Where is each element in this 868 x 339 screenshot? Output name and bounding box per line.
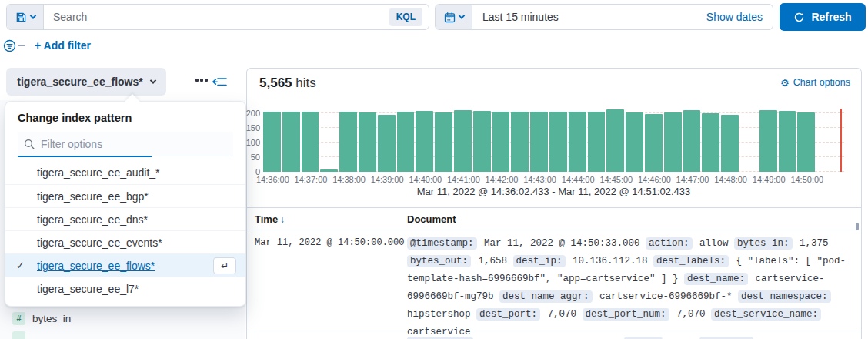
histogram-bar[interactable] (530, 112, 548, 172)
hits-summary: 5,565 hits (259, 76, 316, 91)
index-pattern-option-label: tigera_secure_ee_audit_* (37, 166, 160, 179)
histogram-bar[interactable] (779, 111, 796, 172)
popover-title: Change index pattern (5, 102, 245, 132)
number-field-icon: # (12, 312, 25, 325)
histogram-bar[interactable] (282, 112, 300, 172)
histogram-bar[interactable] (302, 112, 319, 172)
histogram-bar[interactable] (492, 112, 510, 172)
histogram-bar[interactable] (339, 112, 357, 172)
sidebar-field-partial (12, 331, 25, 339)
index-pattern-option[interactable]: tigera_secure_ee_l7* (5, 277, 245, 300)
histogram-bar[interactable] (797, 112, 815, 172)
time-column-label: Time (255, 213, 278, 225)
query-bar: KQL (6, 4, 429, 30)
histogram-bar[interactable] (549, 112, 567, 172)
chevron-down-icon (149, 77, 155, 83)
search-input[interactable] (44, 5, 389, 29)
index-pattern-list: tigera_secure_ee_audit_*tigera_secure_ee… (5, 161, 245, 306)
index-pattern-option-label: tigera_secure_ee_bgp* (37, 190, 149, 203)
refresh-label: Refresh (811, 11, 851, 23)
x-axis-label: 14:41:00 (443, 175, 483, 184)
histogram-bar[interactable] (760, 110, 777, 172)
index-pattern-option[interactable]: tigera_secure_ee_events* (5, 230, 245, 253)
sidebar-field-bytes_in[interactable]: #bytes_in (12, 310, 228, 327)
x-axis-label: 14:42:00 (482, 175, 522, 184)
histogram-bar[interactable] (511, 112, 529, 172)
scrollbar-thumb[interactable] (856, 223, 859, 230)
histogram-bar[interactable] (397, 112, 415, 172)
histogram-bar[interactable] (702, 113, 719, 172)
x-axis-label: 14:47:00 (673, 175, 713, 184)
sidebar-field-label: bytes_in (32, 313, 71, 324)
gear-icon: ⚙ (780, 78, 790, 88)
index-pattern-button[interactable]: tigera_secure_ee_flows* (6, 68, 166, 96)
index-pattern-option[interactable]: tigera_secure_ee_audit_* (5, 161, 245, 184)
index-pattern-button-label: tigera_secure_ee_flows* (17, 76, 142, 88)
histogram-bar[interactable] (320, 170, 338, 172)
histogram-bar[interactable] (454, 110, 472, 172)
return-key-icon: ↵ (213, 257, 236, 274)
field-name-badge: dest_port_num: (583, 308, 669, 321)
chart-options-label: Chart options (793, 77, 850, 88)
histogram-bar[interactable] (263, 112, 281, 172)
histogram-bar[interactable] (664, 112, 682, 172)
histogram-bar[interactable] (416, 111, 433, 172)
index-pattern-option[interactable]: tigera_secure_ee_dns* (5, 207, 245, 230)
boxes-horizontal-icon[interactable] (195, 79, 208, 82)
histogram-bar[interactable] (569, 112, 586, 172)
histogram-bar[interactable] (606, 109, 624, 172)
add-filter-button[interactable]: + Add filter (35, 39, 91, 52)
search-icon (24, 139, 35, 149)
histogram-bar[interactable] (378, 115, 396, 172)
x-axis-label: 14:45:00 (596, 175, 636, 184)
date-picker: Last 15 minutes Show dates (435, 4, 773, 30)
x-axis-label: 14:49:00 (749, 175, 789, 184)
index-pattern-option[interactable]: tigera_secure_ee_bgp* (5, 184, 245, 207)
histogram-bar[interactable] (359, 112, 376, 172)
saved-query-menu-button[interactable] (7, 5, 44, 29)
x-axis-label: 14:50:00 (787, 175, 827, 184)
filter-icon[interactable] (3, 39, 16, 52)
field-name-badge: dest_name_aggr: (499, 290, 593, 303)
doc-row-document: @timestamp: Mar 11, 2022 @ 14:50:33.000 … (407, 235, 858, 339)
sort-desc-icon[interactable]: ↓ (280, 214, 285, 225)
time-range-label[interactable]: Last 15 minutes (482, 11, 559, 23)
show-dates-button[interactable]: Show dates (706, 11, 763, 23)
change-index-pattern-popover: Change index pattern tigera_secure_ee_au… (5, 101, 246, 307)
histogram-bar[interactable] (588, 112, 606, 172)
column-header-document: Document (407, 213, 456, 225)
histogram-bar[interactable] (626, 112, 643, 172)
hits-count: 5,565 (259, 76, 292, 90)
histogram-bar[interactable] (683, 110, 701, 172)
date-quick-select-button[interactable] (436, 5, 472, 29)
x-axis-label: 14:38:00 (329, 175, 369, 184)
histogram-bar[interactable] (645, 114, 663, 172)
current-time-marker (840, 109, 842, 172)
calendar-icon (444, 12, 456, 23)
x-axis-label: 14:40:00 (406, 175, 446, 184)
x-axis-label: 14:46:00 (634, 175, 674, 184)
histogram-bar[interactable] (721, 115, 739, 172)
check-icon: ✓ (16, 260, 37, 271)
column-header-time[interactable]: Time↓ (255, 213, 285, 225)
histogram-bar[interactable] (435, 112, 452, 172)
x-axis-label: 14:39:00 (367, 175, 407, 184)
histogram-plot: 05010015020014:36:0014:37:0014:38:0014:3… (263, 109, 844, 172)
field-name-badge: dest_name: (684, 273, 748, 285)
doc-row-time: Mar 11, 2022 @ 14:50:00.000 (255, 237, 405, 248)
field-name-badge: action: (646, 237, 693, 250)
kql-badge[interactable]: KQL (389, 8, 422, 26)
doc-table-header: Time↓ Document (247, 207, 861, 230)
index-pattern-option[interactable]: ✓tigera_secure_ee_flows*↵ (5, 253, 245, 277)
refresh-button[interactable]: Refresh (780, 3, 866, 31)
collapse-sidebar-icon[interactable] (212, 76, 227, 88)
refresh-icon (793, 12, 805, 23)
histogram-bar[interactable] (473, 111, 491, 172)
number-field-icon (12, 331, 25, 339)
field-name-badge: dest_labels: (653, 255, 729, 267)
chart-options-button[interactable]: ⚙ Chart options (780, 77, 850, 88)
sidebar-fields: #bytes_in (12, 310, 228, 327)
filter-divider (18, 45, 25, 46)
results-panel: 5,565 hits ⚙ Chart options 0501001502001… (246, 68, 862, 339)
filter-options-input[interactable] (41, 138, 227, 150)
